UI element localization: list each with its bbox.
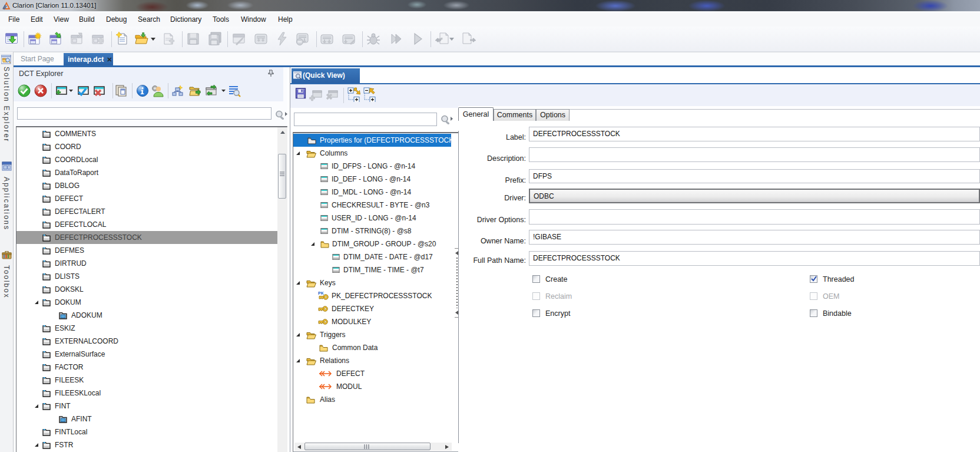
svg-text:PK: PK bbox=[318, 291, 324, 295]
